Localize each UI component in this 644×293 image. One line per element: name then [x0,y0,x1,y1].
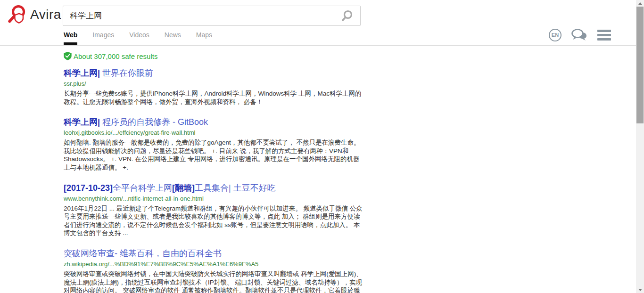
search-result: 科学上网| 世界在你眼前 ssr.plus/ 长期分享一些免费ss账号，提供iP… [64,68,364,106]
brand-name: Avira [30,7,61,22]
arrow-down-icon [638,289,642,291]
result-title-link[interactable]: 突破网络审查- 维基百科，自由的百科全书 [64,248,364,259]
result-description: 突破网络审查或突破网络封锁，在中国大陆突破防火长城实行的网络审查又叫翻墙或 科学… [64,270,364,293]
hamburger-menu-icon[interactable] [597,29,611,41]
tab-news[interactable]: News [165,31,181,48]
chat-icon[interactable] [571,28,588,41]
result-url: ssr.plus/ [64,80,364,87]
search-button[interactable] [334,6,360,25]
search-box [63,6,361,26]
scroll-up-button[interactable] [636,0,644,7]
scrollbar-thumb[interactable] [636,7,644,123]
language-selector[interactable]: EN [549,29,561,41]
result-title-link[interactable]: 科学上网| 程序员的自我修养 - GitBook [64,117,364,128]
result-url: www.bennythink.com/...ntific-internet-al… [64,195,364,202]
search-result: 突破网络审查- 维基百科，自由的百科全书 zh.wikipedia.org/..… [64,248,364,293]
search-result: [2017-10-23]全平台科学上网[翻墙]工具集合| 土豆不好吃 www.b… [64,183,364,237]
avira-logo-icon [8,4,28,25]
tab-videos[interactable]: Videos [129,31,149,48]
search-results-page: Avira WebImagesVideosNewsMaps EN [0,0,644,293]
avira-logo[interactable]: Avira [8,4,61,25]
search-input[interactable] [63,6,334,25]
search-icon [340,9,354,23]
header: Avira WebImagesVideosNewsMaps EN [0,0,636,46]
result-description: 长期分享一些免费ss账号，提供iPhone科学上网，Android科学上网，Wi… [64,90,364,106]
results-count-text: About 307,000 safe results [74,52,157,60]
search-tabs: WebImagesVideosNewsMaps [64,31,227,48]
result-url: leohxj.gitbooks.io/.../effciency/great-f… [64,129,364,136]
search-result: 科学上网| 程序员的自我修养 - GitBook leohxj.gitbooks… [64,117,364,171]
header-icons: EN [549,28,611,41]
results-list: 科学上网| 世界在你眼前 ssr.plus/ 长期分享一些免费ss账号，提供iP… [64,68,364,293]
result-title-link[interactable]: 科学上网| 世界在你眼前 [64,68,364,79]
results-meta: About 307,000 safe results [64,52,364,60]
tab-web[interactable]: Web [64,31,77,48]
result-title-link[interactable]: [2017-10-23]全平台科学上网[翻墙]工具集合| 土豆不好吃 [64,183,364,194]
scroll-down-button[interactable] [636,286,644,293]
tab-images[interactable]: Images [92,31,114,48]
result-url: zh.wikipedia.org/...%BD%91%E7%BB%9C%E5%A… [64,260,364,268]
vertical-scrollbar[interactable] [636,0,644,293]
results-area: About 307,000 safe results 科学上网| 世界在你眼前 … [64,52,364,293]
result-description: 如何翻墙. 翻墙的服务一般都是收费的，免费的除了goAgent，其他都不要尝试了… [64,138,364,171]
shield-check-icon [64,52,72,60]
arrow-up-icon [638,2,642,5]
result-description: 2016年1月22日 ... 最近新建了个Telegram频道和群组，有兴趣的小… [64,204,364,237]
tab-maps[interactable]: Maps [196,31,212,48]
